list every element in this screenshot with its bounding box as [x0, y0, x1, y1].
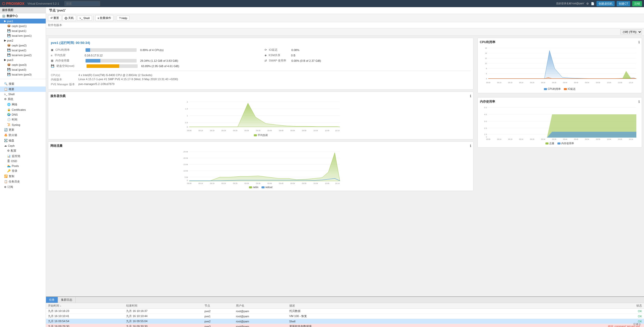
sidebar-menu-time[interactable]: 🕐 时间 [0, 117, 46, 122]
sidebar-item-pve2[interactable]: ▶ pve2 [0, 38, 46, 43]
sidebar-item-pve3[interactable]: ▶ pve3 [0, 57, 46, 62]
sidebar-menu-firewall[interactable]: 🔥 防火墙 [0, 132, 46, 138]
cell-start-time: 九月 16 09:54:54 [46, 319, 124, 324]
gear-icon[interactable]: ⚙ [586, 2, 589, 5]
node-icon-pve2: ▶ [4, 39, 6, 42]
sidebar-menu-ceph-monitor[interactable]: 📊 监控池 [0, 153, 46, 159]
disk-value: 63.89% (2.95 GiB of 4.61 GiB) [141, 65, 179, 68]
ksm-row: ◈ KSM共享 0 B [265, 53, 471, 58]
netin-legend-dot [249, 186, 252, 188]
cert-icon: 🔒 [7, 108, 11, 111]
logout-button[interactable]: 注销 [632, 1, 642, 6]
cpu-util-legend-label: CPU利用率 [548, 87, 561, 91]
local-pve1-label: local (pve1) [12, 29, 26, 32]
reset-button[interactable]: ↺ 重置 [48, 15, 61, 21]
sidebar-menu-summary[interactable]: 📋 概要 [0, 87, 46, 92]
network-help-icon[interactable]: ℹ [470, 144, 471, 148]
memory-help-icon[interactable]: ℹ [638, 100, 640, 104]
shell-button[interactable]: >_ Shell [77, 16, 92, 21]
th-desc[interactable]: 描述 [287, 303, 527, 309]
sidebar-menu-subscription[interactable]: ⊕ 订阅 [0, 184, 46, 190]
svg-text:09:09: 09:09 [486, 138, 491, 140]
pve-manager-label: PVE Manager 版本 [51, 82, 76, 86]
legend-netin: netin [249, 186, 258, 189]
sidebar-item-datacenter[interactable]: 🏢 数据中心 [0, 13, 46, 19]
sidebar-item-locallvm-pve2[interactable]: 💾 local-lvm (pve2) [0, 53, 46, 57]
cell-status: 错误: command 'apt-get upd... [526, 324, 644, 327]
sidebar-menu-updates[interactable]: 🔄 更新 [0, 127, 46, 132]
sidebar-item-ceph-pve1[interactable]: 📦 ceph (pve1) [0, 23, 46, 28]
sidebar-menu-ceph-osd[interactable]: 🗄 OSD [0, 159, 46, 163]
doc-icon[interactable]: 📄 [591, 2, 594, 5]
svg-text:09:34: 09:34 [541, 82, 545, 83]
firewall-icon: 🔥 [4, 134, 8, 137]
create-ct-button[interactable]: 创建CT [617, 1, 630, 6]
th-start-time[interactable]: 开始时间 ↓ [46, 303, 124, 309]
table-row[interactable]: 九月 16 09:54:54 九月 16 09:55:04 pve2 root@… [46, 319, 644, 324]
storage-icon-local1: 💾 [7, 29, 11, 32]
osd-icon: 🗄 [7, 160, 10, 163]
bottom-tab-cluster-log[interactable]: 集群日志 [58, 297, 76, 303]
server-load-title: 服务器负载 ℹ [50, 94, 471, 98]
cpu-legend: CPU利用率 IO延迟 [480, 87, 640, 91]
svg-text:09:59: 09:59 [302, 183, 306, 184]
sidebar-menu-shell[interactable]: >_ Shell [0, 92, 46, 96]
split-area: pve1 (运行时间: 00:50:34) ▣ CPU利用率 0.89% [46, 36, 644, 296]
header-right: 您的登录名称'root@pam' ⚙ 📄 创建虚拟机 创建CT 注销 [556, 1, 642, 6]
app-header: ⬡ PROXMOX Virtual Environment 5.2-1 您的登录… [0, 0, 644, 7]
sidebar-item-pve1[interactable]: ▶ pve1 [0, 19, 46, 23]
sidebar-menu-ceph-pools[interactable]: 🏊 Pools [0, 163, 46, 168]
shutdown-button[interactable]: ⏻ 关机 [62, 15, 76, 21]
bottom-tab-tasks[interactable]: 任务 [46, 297, 58, 303]
sidebar-item-local-pve3[interactable]: 💾 local (pve3) [0, 67, 46, 72]
sidebar-menu-search[interactable]: 🔍 搜索 [0, 81, 46, 87]
svg-text:09:24: 09:24 [221, 130, 226, 131]
time-selector-select[interactable]: 小时 (平均) 天 (平均) 周 (平均) 月 (平均) 年 (平均) [620, 29, 642, 34]
sidebar-menu-disks[interactable]: 💽 磁盘 [0, 138, 46, 143]
table-row[interactable]: 九月 16 10:10:41 九月 16 10:10:44 pve1 root@… [46, 314, 644, 319]
mem-usage-legend-label: 内存使用率 [561, 142, 574, 145]
sidebar-item-local-pve1[interactable]: 💾 local (pve1) [0, 28, 46, 33]
bulk-button[interactable]: ≡ 批量操作 [95, 15, 113, 21]
io-value: 0.08% [291, 49, 299, 52]
sidebar-menu-syslog[interactable]: 📜 Syslog [0, 122, 46, 127]
th-status[interactable]: 状态 [526, 303, 644, 309]
svg-text:10:09: 10:09 [325, 130, 329, 131]
sidebar-menu-dns[interactable]: 🌍 DNS [0, 112, 46, 117]
sidebar-item-locallvm-pve1[interactable]: 💾 local-lvm (pve1) [0, 33, 46, 38]
sidebar-item-ceph-pve2[interactable]: 📦 ceph (pve2) [0, 43, 46, 48]
login-icon: 🔑 [7, 169, 11, 173]
sidebar-menu-system[interactable]: ⚙ 系统 [0, 96, 46, 102]
sidebar-menu-replication[interactable]: 🔁 复制 [0, 174, 46, 179]
replication-icon: 🔁 [4, 175, 8, 178]
table-row[interactable]: 九月 16 09:29:30 九月 16 09:30:30 pve3 root@… [46, 324, 644, 327]
left-panel: pve1 (运行时间: 00:50:34) ▣ CPU利用率 0.89% [46, 36, 475, 296]
sidebar-item-locallvm-pve3[interactable]: 💾 local-lvm (pve3) [0, 72, 46, 77]
io-row: ⟳ IO延迟 0.08% [265, 47, 471, 53]
sidebar-menu-ceph-config[interactable]: ⚙ 配置 [0, 148, 46, 153]
search-input[interactable] [64, 1, 100, 6]
ceph-pve1-label: ceph (pve1) [12, 25, 27, 28]
th-node[interactable]: 节点 [202, 303, 234, 309]
server-load-help-icon[interactable]: ℹ [470, 94, 471, 98]
replication-label: 复制 [9, 174, 14, 178]
syslog-icon: 📜 [7, 123, 11, 126]
sidebar-menu-certs[interactable]: 🔒 Certificates [0, 107, 46, 112]
sidebar-menu-network[interactable]: 🌐 网络 [0, 102, 46, 107]
svg-text:10:09: 10:09 [618, 82, 622, 83]
help-button[interactable]: ? Help [117, 16, 129, 21]
sidebar-menu-ceph[interactable]: ☁ Ceph [0, 143, 46, 148]
sidebar-item-local-pve2[interactable]: 💾 local (pve2) [0, 48, 46, 53]
sidebar-item-ceph-pve3[interactable]: 📦 ceph (pve3) [0, 62, 46, 67]
th-user[interactable]: 用户名 [234, 303, 287, 309]
subscription-label: 订阅 [7, 185, 13, 189]
th-end-time[interactable]: 结束时间 [124, 303, 202, 309]
sidebar-menu-taskhistory[interactable]: 📋 任务历史 [0, 179, 46, 184]
monitor-icon: 📊 [7, 154, 11, 158]
table-row[interactable]: 九月 16 10:16:23 九月 16 10:16:37 pve2 root@… [46, 309, 644, 314]
cpu-help-icon[interactable]: ℹ [638, 40, 640, 44]
bottom-table: 开始时间 ↓ 结束时间 节点 用户名 描述 状态 九月 16 10:16:23 … [46, 303, 644, 327]
create-vm-button[interactable]: 创建虚拟机 [597, 1, 615, 6]
disk-progress-bar [87, 64, 119, 68]
sidebar-menu-ceph-login[interactable]: 🔑 登录 [0, 168, 46, 174]
